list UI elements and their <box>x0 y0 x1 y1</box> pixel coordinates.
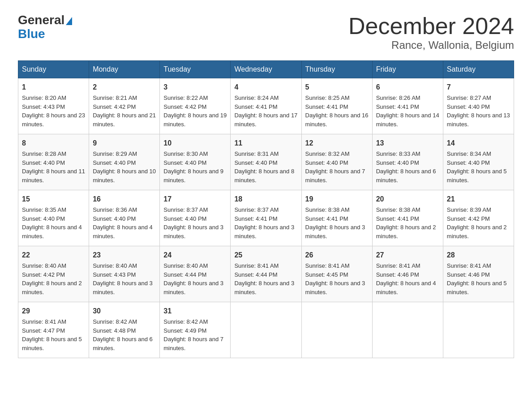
logo-general-text: General <box>18 13 72 27</box>
day-info: Sunrise: 8:42 AMSunset: 4:48 PMDaylight:… <box>93 318 153 351</box>
day-number: 6 <box>376 82 439 93</box>
day-info: Sunrise: 8:37 AMSunset: 4:41 PMDaylight:… <box>234 206 294 240</box>
day-number: 22 <box>22 250 85 261</box>
calendar-cell: 11Sunrise: 8:31 AMSunset: 4:40 PMDayligh… <box>231 134 301 190</box>
day-info: Sunrise: 8:40 AMSunset: 4:42 PMDaylight:… <box>22 262 82 295</box>
calendar-cell <box>231 302 301 358</box>
day-info: Sunrise: 8:38 AMSunset: 4:41 PMDaylight:… <box>305 206 365 240</box>
day-number: 1 <box>22 82 85 93</box>
day-info: Sunrise: 8:32 AMSunset: 4:40 PMDaylight:… <box>305 150 365 184</box>
calendar-cell: 24Sunrise: 8:40 AMSunset: 4:44 PMDayligh… <box>160 246 231 302</box>
day-info: Sunrise: 8:41 AMSunset: 4:45 PMDaylight:… <box>305 262 365 295</box>
day-number: 24 <box>163 250 227 261</box>
calendar-cell: 8Sunrise: 8:28 AMSunset: 4:40 PMDaylight… <box>18 134 89 190</box>
day-info: Sunrise: 8:33 AMSunset: 4:40 PMDaylight:… <box>376 150 436 184</box>
calendar-cell: 12Sunrise: 8:32 AMSunset: 4:40 PMDayligh… <box>301 134 372 190</box>
calendar-cell: 16Sunrise: 8:36 AMSunset: 4:40 PMDayligh… <box>89 190 160 246</box>
calendar-cell: 6Sunrise: 8:26 AMSunset: 4:41 PMDaylight… <box>372 78 443 134</box>
day-info: Sunrise: 8:29 AMSunset: 4:40 PMDaylight:… <box>93 150 156 184</box>
day-number: 4 <box>234 82 297 93</box>
calendar-cell: 27Sunrise: 8:41 AMSunset: 4:46 PMDayligh… <box>372 246 443 302</box>
col-header-friday: Friday <box>372 61 443 78</box>
calendar-cell: 9Sunrise: 8:29 AMSunset: 4:40 PMDaylight… <box>89 134 160 190</box>
logo-blue-text: Blue <box>18 27 72 41</box>
week-row-3: 15Sunrise: 8:35 AMSunset: 4:40 PMDayligh… <box>18 190 514 246</box>
day-number: 12 <box>305 138 369 149</box>
day-number: 18 <box>234 194 297 205</box>
calendar-cell: 13Sunrise: 8:33 AMSunset: 4:40 PMDayligh… <box>372 134 443 190</box>
col-header-thursday: Thursday <box>301 61 372 78</box>
day-info: Sunrise: 8:41 AMSunset: 4:47 PMDaylight:… <box>22 318 82 351</box>
day-number: 29 <box>22 306 85 317</box>
day-info: Sunrise: 8:20 AMSunset: 4:43 PMDaylight:… <box>22 94 85 128</box>
day-number: 23 <box>93 250 156 261</box>
day-info: Sunrise: 8:40 AMSunset: 4:43 PMDaylight:… <box>93 262 153 295</box>
day-number: 8 <box>22 138 85 149</box>
calendar-cell: 10Sunrise: 8:30 AMSunset: 4:40 PMDayligh… <box>160 134 231 190</box>
calendar-cell: 25Sunrise: 8:41 AMSunset: 4:44 PMDayligh… <box>231 246 301 302</box>
calendar-cell: 23Sunrise: 8:40 AMSunset: 4:43 PMDayligh… <box>89 246 160 302</box>
day-number: 7 <box>447 82 510 93</box>
calendar-cell: 18Sunrise: 8:37 AMSunset: 4:41 PMDayligh… <box>231 190 301 246</box>
day-info: Sunrise: 8:27 AMSunset: 4:40 PMDaylight:… <box>447 94 510 128</box>
day-number: 21 <box>447 194 510 205</box>
day-number: 27 <box>376 250 439 261</box>
calendar-cell: 4Sunrise: 8:24 AMSunset: 4:41 PMDaylight… <box>231 78 301 134</box>
day-number: 13 <box>376 138 439 149</box>
calendar-cell: 31Sunrise: 8:42 AMSunset: 4:49 PMDayligh… <box>160 302 231 358</box>
day-number: 5 <box>305 82 369 93</box>
day-info: Sunrise: 8:38 AMSunset: 4:41 PMDaylight:… <box>376 206 436 240</box>
col-header-saturday: Saturday <box>443 61 514 78</box>
day-info: Sunrise: 8:39 AMSunset: 4:42 PMDaylight:… <box>447 206 507 240</box>
day-info: Sunrise: 8:21 AMSunset: 4:42 PMDaylight:… <box>93 94 156 128</box>
day-number: 16 <box>93 194 156 205</box>
calendar-cell: 26Sunrise: 8:41 AMSunset: 4:45 PMDayligh… <box>301 246 372 302</box>
page-header: General Blue December 2024 Rance, Wallon… <box>18 13 514 51</box>
day-number: 26 <box>305 250 369 261</box>
day-number: 15 <box>22 194 85 205</box>
day-info: Sunrise: 8:24 AMSunset: 4:41 PMDaylight:… <box>234 94 297 128</box>
col-header-monday: Monday <box>89 61 160 78</box>
day-info: Sunrise: 8:41 AMSunset: 4:44 PMDaylight:… <box>234 262 294 295</box>
day-info: Sunrise: 8:37 AMSunset: 4:40 PMDaylight:… <box>163 206 223 240</box>
calendar-cell: 19Sunrise: 8:38 AMSunset: 4:41 PMDayligh… <box>301 190 372 246</box>
day-number: 25 <box>234 250 297 261</box>
day-number: 11 <box>234 138 297 149</box>
col-header-tuesday: Tuesday <box>160 61 231 78</box>
day-info: Sunrise: 8:25 AMSunset: 4:41 PMDaylight:… <box>305 94 369 128</box>
month-title: December 2024 <box>348 13 514 39</box>
location-title: Rance, Wallonia, Belgium <box>348 39 514 51</box>
day-number: 2 <box>93 82 156 93</box>
col-header-sunday: Sunday <box>18 61 89 78</box>
day-number: 20 <box>376 194 439 205</box>
calendar-cell: 29Sunrise: 8:41 AMSunset: 4:47 PMDayligh… <box>18 302 89 358</box>
header-row: SundayMondayTuesdayWednesdayThursdayFrid… <box>18 61 514 78</box>
calendar-cell: 22Sunrise: 8:40 AMSunset: 4:42 PMDayligh… <box>18 246 89 302</box>
calendar-cell: 21Sunrise: 8:39 AMSunset: 4:42 PMDayligh… <box>443 190 514 246</box>
calendar-cell: 17Sunrise: 8:37 AMSunset: 4:40 PMDayligh… <box>160 190 231 246</box>
logo: General Blue <box>18 13 72 41</box>
calendar-cell: 30Sunrise: 8:42 AMSunset: 4:48 PMDayligh… <box>89 302 160 358</box>
day-info: Sunrise: 8:35 AMSunset: 4:40 PMDaylight:… <box>22 206 82 240</box>
week-row-4: 22Sunrise: 8:40 AMSunset: 4:42 PMDayligh… <box>18 246 514 302</box>
week-row-2: 8Sunrise: 8:28 AMSunset: 4:40 PMDaylight… <box>18 134 514 190</box>
day-info: Sunrise: 8:41 AMSunset: 4:46 PMDaylight:… <box>376 262 436 295</box>
calendar-cell: 20Sunrise: 8:38 AMSunset: 4:41 PMDayligh… <box>372 190 443 246</box>
day-number: 3 <box>163 82 227 93</box>
day-number: 19 <box>305 194 369 205</box>
day-info: Sunrise: 8:36 AMSunset: 4:40 PMDaylight:… <box>93 206 153 240</box>
day-info: Sunrise: 8:31 AMSunset: 4:40 PMDaylight:… <box>234 150 294 184</box>
title-block: December 2024 Rance, Wallonia, Belgium <box>348 13 514 51</box>
calendar-cell: 28Sunrise: 8:41 AMSunset: 4:46 PMDayligh… <box>443 246 514 302</box>
calendar-cell: 2Sunrise: 8:21 AMSunset: 4:42 PMDaylight… <box>89 78 160 134</box>
day-number: 9 <box>93 138 156 149</box>
calendar-cell: 5Sunrise: 8:25 AMSunset: 4:41 PMDaylight… <box>301 78 372 134</box>
day-info: Sunrise: 8:28 AMSunset: 4:40 PMDaylight:… <box>22 150 85 184</box>
day-info: Sunrise: 8:30 AMSunset: 4:40 PMDaylight:… <box>163 150 223 184</box>
day-number: 28 <box>447 250 510 261</box>
calendar-table: SundayMondayTuesdayWednesdayThursdayFrid… <box>18 60 514 358</box>
day-info: Sunrise: 8:42 AMSunset: 4:49 PMDaylight:… <box>163 318 223 351</box>
day-info: Sunrise: 8:26 AMSunset: 4:41 PMDaylight:… <box>376 94 439 128</box>
day-info: Sunrise: 8:41 AMSunset: 4:46 PMDaylight:… <box>447 262 507 295</box>
calendar-cell: 7Sunrise: 8:27 AMSunset: 4:40 PMDaylight… <box>443 78 514 134</box>
